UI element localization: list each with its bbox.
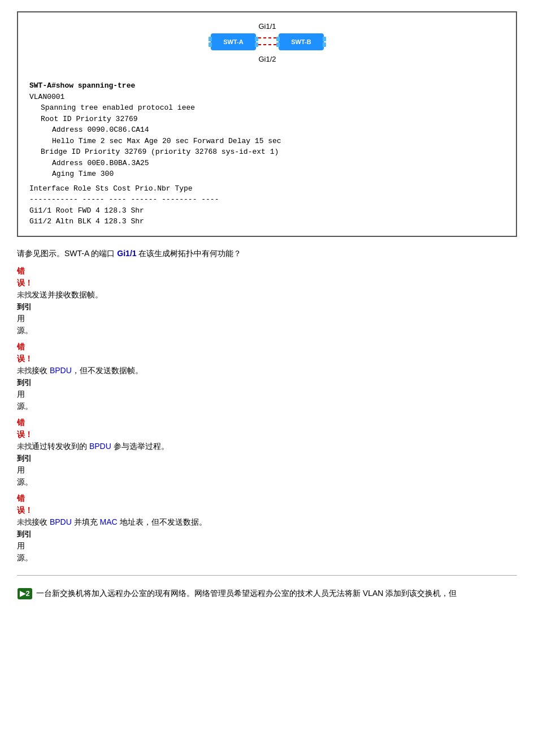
option-a-block: 错 误！ 未找发送并接收数据帧。 到引 用 源。 — [17, 265, 517, 336]
bpdu-highlight-c: BPDU — [89, 442, 111, 451]
option-d-source-line: 源。 — [17, 552, 517, 564]
svg-rect-1 — [209, 42, 212, 47]
option-c-source: 源。 — [17, 477, 33, 486]
terminal-aging: Aging Time 300 — [29, 169, 505, 180]
option-c-notfound: 未找 — [17, 442, 32, 451]
option-d-notfound-line: 未找接收 BPDU 并填充 MAC 地址表，但不发送数据。 — [17, 516, 517, 528]
svg-rect-5 — [276, 42, 280, 47]
option-d-error2: 误！ — [17, 506, 33, 515]
option-d-wrong: 错 — [17, 494, 25, 503]
option-b-ref: 到引 — [17, 378, 32, 387]
option-d-error2-line: 误！ — [17, 504, 517, 516]
swt-a-label: SWT-A — [223, 38, 243, 45]
option-a-wrong: 错 — [17, 266, 25, 275]
terminal-bridge-id: Bridge ID Priority 32769 (priority 32768… — [29, 146, 505, 158]
option-c-error2: 误！ — [17, 430, 33, 439]
option-b-ref-line: 到引 — [17, 377, 517, 388]
terminal-output: SWT-A#show spanning-tree VLAN0001 Spanni… — [29, 80, 505, 227]
option-a-use: 用 — [17, 314, 25, 323]
option-a-ref: 到引 — [17, 303, 32, 311]
question2-line: ▶2 一台新交换机将加入远程办公室的现有网络。网络管理员希望远程办公室的技术人员… — [17, 587, 517, 603]
svg-rect-4 — [276, 37, 280, 41]
option-c-error2-line: 误！ — [17, 429, 517, 440]
option-a-ref-line: 到引 — [17, 301, 517, 313]
option-c-error-line: 错 — [17, 417, 517, 429]
terminal-prompt-line: SWT-A#show spanning-tree — [29, 80, 505, 92]
option-b-error-line: 错 — [17, 341, 517, 353]
question1-box: Gi1/1 SWT-A SWT-B — [17, 11, 517, 237]
option-a-notfound: 未找 — [17, 291, 32, 299]
svg-rect-2 — [255, 37, 258, 41]
option-b-error2-line: 误！ — [17, 353, 517, 365]
option-a-source: 源。 — [17, 326, 33, 335]
option-a-error-line: 错 — [17, 265, 517, 277]
option-d-use-line: 用 — [17, 540, 517, 552]
option-d-error-line: 错 — [17, 493, 517, 504]
question2-text: 一台新交换机将加入远程办公室的现有网络。网络管理员希望远程办公室的技术人员无法将… — [36, 587, 457, 599]
swt-b-label: SWT-B — [291, 38, 311, 45]
terminal-prompt: SWT-A# — [29, 81, 56, 90]
q2-icon-svg: ▶2 — [17, 587, 33, 600]
option-b-source-line: 源。 — [17, 400, 517, 412]
option-a-text: 发送并接收数据帧。 — [32, 290, 103, 299]
q2-icon-text: ▶2 — [20, 589, 29, 598]
gi2-bottom-label: Gi1/2 — [258, 55, 276, 63]
option-c-use-line: 用 — [17, 464, 517, 476]
option-b-wrong: 错 — [17, 342, 25, 351]
option-a-source-line: 源。 — [17, 325, 517, 336]
question2-icon: ▶2 — [17, 587, 33, 603]
bpdu-highlight-d: BPDU — [50, 517, 72, 526]
page-container: Gi1/1 SWT-A SWT-B — [0, 0, 534, 615]
section-divider — [17, 575, 517, 576]
option-a-error2-line: 误！ — [17, 277, 517, 289]
svg-rect-0 — [209, 37, 212, 41]
question1-text: 请参见图示。SWT-A 的端口 Gi1/1 在该生成树拓扑中有何功能？ — [17, 247, 517, 260]
gi1-top-label: Gi1/1 — [258, 22, 276, 31]
option-a-notfound-line: 未找发送并接收数据帧。 — [17, 289, 517, 301]
terminal-table-divider: ----------- ----- ---- ------ -------- -… — [29, 194, 505, 205]
network-diagram-svg: Gi1/1 SWT-A SWT-B — [183, 21, 352, 72]
option-b-notfound: 未找 — [17, 366, 32, 375]
option-d-source: 源。 — [17, 553, 33, 562]
option-d-ref-line: 到引 — [17, 528, 517, 540]
option-d-use: 用 — [17, 541, 25, 550]
option-d-text: 接收 BPDU 并填充 MAC 地址表，但不发送数据。 — [32, 517, 207, 526]
option-c-block: 错 误！ 未找通过转发收到的 BPDU 参与选举过程。 到引 用 源。 — [17, 417, 517, 488]
options-container: 错 误！ 未找发送并接收数据帧。 到引 用 源。 错 误！ — [17, 265, 517, 564]
bpdu-highlight-b: BPDU — [50, 366, 72, 375]
option-b-error2: 误！ — [17, 354, 33, 363]
terminal-address1: Address 0090.0C86.CA14 — [29, 124, 505, 136]
option-c-wrong: 错 — [17, 418, 25, 427]
option-a-use-line: 用 — [17, 313, 517, 325]
option-d-block: 错 误！ 未找接收 BPDU 并填充 MAC 地址表，但不发送数据。 到引 用 … — [17, 493, 517, 564]
option-b-notfound-line: 未找接收 BPDU，但不发送数据帧。 — [17, 365, 517, 377]
option-c-ref: 到引 — [17, 454, 32, 463]
terminal-row1: Gi1/1 Root FWD 4 128.3 Shr — [29, 205, 505, 217]
option-a-error2: 误！ — [17, 278, 33, 287]
terminal-root-id: Root ID Priority 32769 — [29, 114, 505, 125]
option-b-source: 源。 — [17, 401, 33, 411]
svg-rect-3 — [255, 42, 258, 47]
option-c-text: 通过转发收到的 BPDU 参与选举过程。 — [32, 442, 169, 451]
option-c-use: 用 — [17, 465, 25, 474]
option-b-block: 错 误！ 未找接收 BPDU，但不发送数据帧。 到引 用 源。 — [17, 341, 517, 412]
terminal-hello: Hello Time 2 sec Max Age 20 sec Forward … — [29, 136, 505, 147]
option-b-use-line: 用 — [17, 388, 517, 400]
mac-highlight-d: MAC — [100, 517, 118, 526]
gi1-highlight: Gi1/1 — [117, 249, 136, 258]
terminal-vlan: VLAN0001 — [29, 92, 505, 103]
option-d-notfound: 未找 — [17, 518, 32, 526]
option-b-text: 接收 BPDU，但不发送数据帧。 — [32, 366, 143, 375]
option-c-notfound-line: 未找通过转发收到的 BPDU 参与选举过程。 — [17, 440, 517, 452]
terminal-address2: Address 00E0.B0BA.3A25 — [29, 158, 505, 169]
option-c-ref-line: 到引 — [17, 452, 517, 464]
option-c-source-line: 源。 — [17, 476, 517, 488]
terminal-command: show spanning-tree — [56, 81, 135, 90]
option-d-ref: 到引 — [17, 530, 32, 538]
svg-rect-6 — [323, 37, 326, 41]
terminal-line1: Spanning tree enabled protocol ieee — [29, 102, 505, 114]
option-b-use: 用 — [17, 390, 25, 399]
diagram-area: Gi1/1 SWT-A SWT-B — [29, 21, 505, 74]
terminal-row2: Gi1/2 Altn BLK 4 128.3 Shr — [29, 216, 505, 227]
svg-rect-7 — [323, 42, 326, 47]
